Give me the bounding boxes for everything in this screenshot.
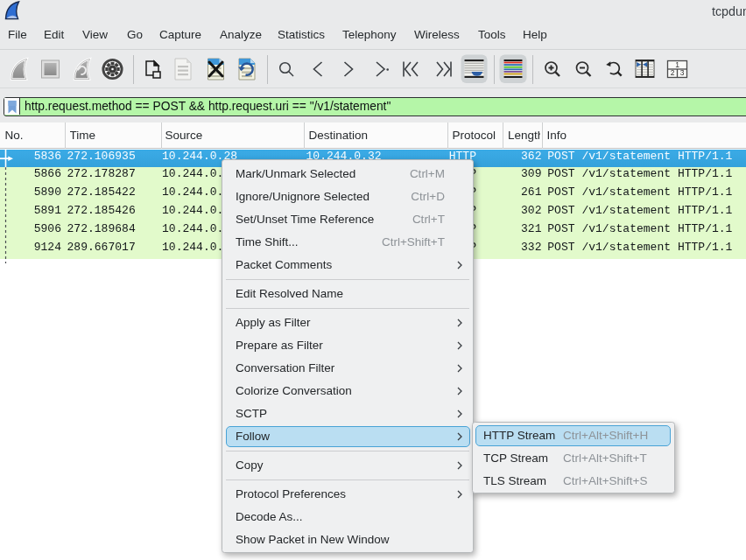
svg-text:3: 3 [680,68,685,77]
svg-text:1: 1 [675,60,679,69]
svg-text:2: 2 [671,68,675,77]
